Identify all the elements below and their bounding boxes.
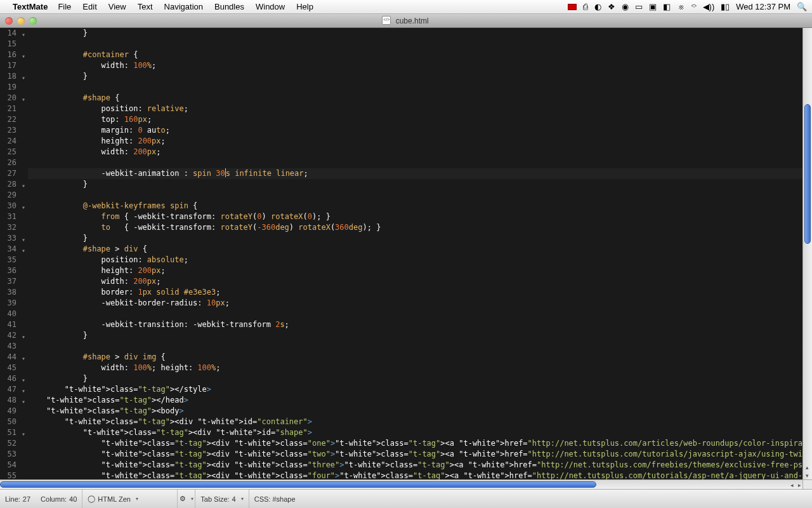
menu-edit[interactable]: Edit [82,2,96,11]
line-number[interactable]: 14▾ [0,28,25,39]
line-number[interactable]: 27 [0,168,25,179]
line-number[interactable]: 51▾ [0,427,25,438]
code-line[interactable]: #shape > div img { [28,352,812,363]
line-number[interactable]: 18▾ [0,71,25,82]
dropbox-icon[interactable]: ❖ [608,2,615,11]
menu-text[interactable]: Text [138,2,153,11]
line-number[interactable]: 38 [0,287,25,298]
code-line[interactable]: margin: 0 auto; [28,125,812,136]
code-line[interactable] [28,341,812,352]
line-number[interactable]: 25 [0,147,25,157]
code-line[interactable]: position: absolute; [28,255,812,265]
code-line[interactable]: "t-white">class="t-tag"></style> [28,384,812,395]
line-number[interactable]: 53 [0,449,25,460]
line-number[interactable]: 23 [0,125,25,136]
code-line[interactable]: } [28,233,812,244]
spotlight-icon[interactable]: 🔍 [797,2,807,11]
line-number[interactable]: 16▾ [0,50,25,60]
status-language[interactable]: ◯ HTML Zen [82,490,178,508]
line-number[interactable]: 37 [0,276,25,287]
line-number[interactable]: 26 [0,157,25,168]
editor[interactable]: 14▾1516▾1718▾1920▾2122232425262728▾2930▾… [0,28,812,489]
status-column[interactable]: Column: 40 [36,490,82,508]
line-number[interactable]: 32 [0,222,25,233]
line-number[interactable]: 42▾ [0,330,25,341]
code-line[interactable]: -webkit-border-radius: 10px; [28,298,812,309]
code-line[interactable]: "t-white">class="t-tag"><div "t-white">i… [28,427,812,438]
line-number[interactable]: 52 [0,438,25,449]
line-number[interactable]: 40 [0,309,25,319]
code-line[interactable]: position: relative; [28,104,812,114]
code-line[interactable]: "t-white">class="t-tag"><div "t-white">c… [28,460,812,471]
code-line[interactable]: width: 200px; [28,276,812,287]
line-number[interactable]: 28▾ [0,179,25,190]
code-line[interactable] [28,39,812,50]
line-number[interactable]: 35 [0,255,25,265]
line-number[interactable]: 22 [0,114,25,125]
gutter[interactable]: 14▾1516▾1718▾1920▾2122232425262728▾2930▾… [0,28,28,489]
line-number[interactable]: 43 [0,341,25,352]
menu-window[interactable]: Window [256,2,285,11]
code-line[interactable]: #shape > div { [28,244,812,255]
line-number[interactable]: 54 [0,460,25,471]
menulet-icon[interactable]: ▣ [649,2,657,11]
code-line[interactable]: "t-white">class="t-tag"><div "t-white">c… [28,438,812,449]
line-number[interactable]: 36 [0,265,25,276]
menulet-icon[interactable]: ◉ [622,2,629,11]
line-number[interactable]: 29 [0,190,25,201]
code-line[interactable] [28,157,812,168]
code-line[interactable]: } [28,373,812,384]
line-number[interactable]: 50 [0,417,25,427]
code-line[interactable]: height: 200px; [28,136,812,147]
code-line[interactable]: } [28,330,812,341]
menu-bundles[interactable]: Bundles [214,2,244,11]
code-line[interactable]: "t-white">class="t-tag"><div "t-white">i… [28,417,812,427]
code-line[interactable]: top: 160px; [28,114,812,125]
line-number[interactable]: 41 [0,319,25,330]
menu-view[interactable]: View [108,2,126,11]
volume-icon[interactable]: ◀)) [703,2,715,11]
line-number[interactable]: 17 [0,60,25,71]
line-number[interactable]: 45 [0,363,25,373]
code-line[interactable]: border: 1px solid #e3e3e3; [28,287,812,298]
code-line[interactable]: -webkit-transition: -webkit-transform 2s… [28,319,812,330]
line-number[interactable]: 31 [0,211,25,222]
code-line[interactable]: width: 200px; [28,147,812,157]
line-number[interactable]: 20▾ [0,93,25,104]
horizontal-scroll-thumb[interactable] [0,481,596,488]
line-number[interactable]: 33▾ [0,233,25,244]
status-line[interactable]: Line: 27 [0,490,36,508]
wifi-icon[interactable]: ⌔ [691,2,697,11]
menulet-icon[interactable]: ▭ [635,2,643,11]
line-number[interactable]: 48▾ [0,395,25,406]
code-line[interactable]: #container { [28,50,812,60]
code-line[interactable]: } [28,71,812,82]
line-number[interactable]: 24 [0,136,25,147]
code-line[interactable] [28,309,812,319]
status-gear[interactable]: ⚙ [178,490,195,508]
scroll-down-arrow-icon[interactable]: ▾ [806,472,809,479]
line-number[interactable]: 34▾ [0,244,25,255]
menu-file[interactable]: File [58,2,71,11]
line-number[interactable]: 39 [0,298,25,309]
code-line[interactable]: width: 100%; [28,60,812,71]
code-line[interactable]: "t-white">class="t-tag"><body> [28,406,812,417]
line-number[interactable]: 49 [0,406,25,417]
scroll-right-arrow-icon[interactable]: ▸ [798,482,801,488]
menu-navigation[interactable]: Navigation [164,2,203,11]
clock[interactable]: Wed 12:37 PM [736,2,790,11]
code-line[interactable]: "t-white">class="t-tag"></head> [28,395,812,406]
bluetooth-icon[interactable]: ⨳ [677,2,685,11]
menulet-icon[interactable]: ◐ [594,2,601,11]
line-number[interactable]: 30▾ [0,201,25,211]
code-line[interactable]: "t-white">class="t-tag"><div "t-white">c… [28,449,812,460]
code-line[interactable]: @-webkit-keyframes spin { [28,201,812,211]
code-line[interactable] [28,82,812,93]
code-line[interactable]: from { -webkit-transform: rotateY(0) rot… [28,211,812,222]
vertical-scroll-thumb[interactable] [804,104,811,244]
line-number[interactable]: 15 [0,39,25,50]
line-number[interactable]: 47▾ [0,384,25,395]
line-number[interactable]: 21 [0,104,25,114]
vertical-scrollbar[interactable]: ▴ ▾ [802,28,812,479]
scroll-left-arrow-icon[interactable]: ◂ [790,482,794,488]
